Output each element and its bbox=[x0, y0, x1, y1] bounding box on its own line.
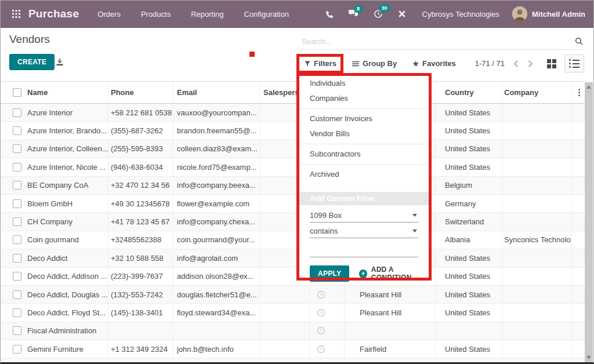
activity-clock-icon[interactable] bbox=[317, 308, 325, 317]
phone-icon[interactable] bbox=[325, 10, 334, 19]
app-title[interactable]: Purchase bbox=[28, 8, 79, 20]
header-name[interactable]: Name bbox=[23, 82, 108, 103]
table-row[interactable]: Fiscal Administration bbox=[1, 322, 586, 340]
vertical-scrollbar[interactable] bbox=[585, 82, 593, 362]
pager-previous-icon[interactable] bbox=[513, 60, 519, 68]
cell-country bbox=[436, 322, 502, 340]
table-row[interactable]: Deco Addict, Addison ...(223)-399-7637ad… bbox=[1, 267, 586, 285]
kanban-view-button[interactable] bbox=[542, 54, 562, 72]
apps-grid-icon[interactable] bbox=[12, 10, 20, 18]
filters-button[interactable]: Filters bbox=[305, 59, 336, 68]
table-row[interactable]: Gemini Furniture, Edw...(943)-352-2555ed… bbox=[1, 358, 586, 362]
row-checkbox[interactable] bbox=[13, 235, 21, 244]
nav-menu-item-products[interactable]: Products bbox=[141, 10, 171, 19]
header-email[interactable]: Email bbox=[173, 82, 260, 103]
header-checkbox-cell bbox=[1, 82, 23, 103]
nav-menu-item-reporting[interactable]: Reporting bbox=[191, 10, 223, 19]
scroll-up-arrow-icon[interactable] bbox=[586, 85, 591, 89]
chevron-down-icon bbox=[412, 230, 417, 232]
nav-menu-item-orders[interactable]: Orders bbox=[97, 10, 121, 19]
cell-salesperson bbox=[260, 304, 310, 321]
create-button[interactable]: CREATE bbox=[9, 54, 55, 70]
user-name[interactable]: Mitchell Admin bbox=[532, 10, 585, 19]
page-title: Vendors bbox=[9, 33, 50, 46]
table-row[interactable]: Gemini Furniture+1 312 349 2324john.b@te… bbox=[1, 340, 586, 358]
row-checkbox[interactable] bbox=[13, 326, 21, 335]
cell-country: United States bbox=[436, 286, 502, 303]
row-checkbox[interactable] bbox=[13, 308, 21, 317]
navbar-menu: OrdersProductsReportingConfiguration bbox=[97, 10, 309, 19]
table-row[interactable]: CH Company+41 78 123 45 67info@company.c… bbox=[1, 212, 586, 230]
pager-next-icon[interactable] bbox=[527, 60, 534, 68]
table-row[interactable]: Azure Interior, Colleen...(255)-595-8393… bbox=[1, 140, 586, 158]
row-checkbox[interactable] bbox=[13, 144, 21, 153]
row-checkbox[interactable] bbox=[13, 126, 21, 135]
export-download-icon[interactable] bbox=[56, 58, 64, 66]
table-row[interactable]: Coin gourmand+32485562388coin.gourmand@y… bbox=[1, 231, 586, 249]
header-country[interactable]: Country bbox=[436, 82, 502, 103]
table-row[interactable]: Bloem GmbH+49 30 12345678flower@example.… bbox=[1, 194, 586, 212]
cell-options bbox=[572, 177, 586, 194]
toggle-columns-icon[interactable] bbox=[578, 89, 580, 96]
row-checkbox-cell bbox=[1, 358, 23, 362]
favorites-button[interactable]: ★ Favorites bbox=[412, 59, 456, 68]
filter-menu-item[interactable]: Customer Invoices bbox=[299, 111, 429, 126]
table-row[interactable]: Azure Interior+58 212 681 0538vauxoo@you… bbox=[1, 104, 586, 121]
row-checkbox[interactable] bbox=[13, 254, 21, 263]
activities-icon[interactable]: 30 bbox=[374, 9, 383, 19]
filter-menu-item[interactable]: Subcontractors bbox=[299, 147, 429, 162]
row-checkbox[interactable] bbox=[13, 217, 21, 226]
avatar[interactable] bbox=[512, 6, 527, 21]
messages-icon[interactable]: 8 bbox=[349, 10, 358, 18]
filter-field-select[interactable]: 1099 Box bbox=[310, 211, 418, 223]
search-icon[interactable] bbox=[575, 37, 583, 45]
tools-icon[interactable] bbox=[398, 10, 406, 18]
table-row[interactable]: Deco Addict+32 10 588 558info@agrolait.c… bbox=[1, 249, 586, 267]
cell-company bbox=[502, 340, 572, 358]
filter-operator-select[interactable]: contains bbox=[310, 227, 418, 238]
scroll-down-arrow-icon[interactable] bbox=[586, 356, 591, 359]
chevron-down-icon bbox=[412, 214, 417, 217]
cell-city: Fairfield bbox=[345, 358, 436, 362]
cell-phone: (132)-553-7242 bbox=[108, 286, 173, 303]
row-checkbox[interactable] bbox=[13, 199, 21, 208]
activity-clock-icon[interactable] bbox=[317, 290, 325, 299]
activity-clock-icon[interactable] bbox=[317, 326, 325, 335]
row-checkbox-cell bbox=[1, 286, 23, 303]
cell-salesperson bbox=[260, 340, 310, 358]
apply-filter-button[interactable]: APPLY bbox=[310, 265, 349, 282]
add-condition-button[interactable]: + ADD A CONDITION bbox=[359, 265, 429, 282]
filter-menu-item[interactable]: Archived bbox=[299, 167, 429, 182]
select-all-checkbox[interactable] bbox=[13, 88, 21, 97]
table-row[interactable]: Deco Addict, Douglas ...(132)-553-7242do… bbox=[1, 285, 586, 303]
header-company[interactable]: Company bbox=[502, 82, 572, 103]
filter-value-input[interactable] bbox=[310, 246, 418, 257]
header-phone[interactable]: Phone bbox=[108, 82, 173, 103]
cell-email: info@company.chexa... bbox=[173, 213, 260, 230]
nav-menu-item-configuration[interactable]: Configuration bbox=[244, 10, 289, 19]
group-by-button[interactable]: Group By bbox=[352, 59, 397, 68]
row-checkbox[interactable] bbox=[13, 163, 21, 172]
cell-name: Gemini Furniture bbox=[23, 340, 108, 358]
cell-name: Coin gourmand bbox=[23, 231, 108, 249]
row-checkbox[interactable] bbox=[13, 181, 21, 190]
row-checkbox[interactable] bbox=[13, 290, 21, 299]
list-view-button[interactable] bbox=[564, 54, 584, 72]
cell-name: Bloem GmbH bbox=[23, 195, 108, 212]
filter-menu-item[interactable]: Vendor Bills bbox=[299, 126, 429, 141]
activity-clock-icon[interactable] bbox=[317, 345, 325, 354]
activities-badge: 30 bbox=[379, 5, 390, 12]
table-row[interactable]: Azure Interior, Brando...(355)-687-3262b… bbox=[1, 121, 586, 139]
filter-menu-item[interactable]: Individuals bbox=[299, 76, 429, 91]
cell-phone: (223)-399-7637 bbox=[108, 268, 173, 285]
row-checkbox[interactable] bbox=[13, 108, 21, 117]
filter-menu-item[interactable]: Companies bbox=[299, 91, 429, 106]
search-input[interactable] bbox=[299, 33, 584, 49]
pager-range: 1-71 / 71 bbox=[475, 59, 505, 68]
table-row[interactable]: BE Company CoA+32 470 12 34 56info@compa… bbox=[1, 176, 586, 194]
row-checkbox[interactable] bbox=[13, 272, 21, 281]
company-name[interactable]: Cybrosys Technologies bbox=[422, 10, 499, 19]
table-row[interactable]: Deco Addict, Floyd St...(145)-138-3401fl… bbox=[1, 303, 586, 321]
table-row[interactable]: Azure Interior, Nicole ...(946)-638-6034… bbox=[1, 158, 586, 176]
row-checkbox[interactable] bbox=[13, 345, 21, 354]
